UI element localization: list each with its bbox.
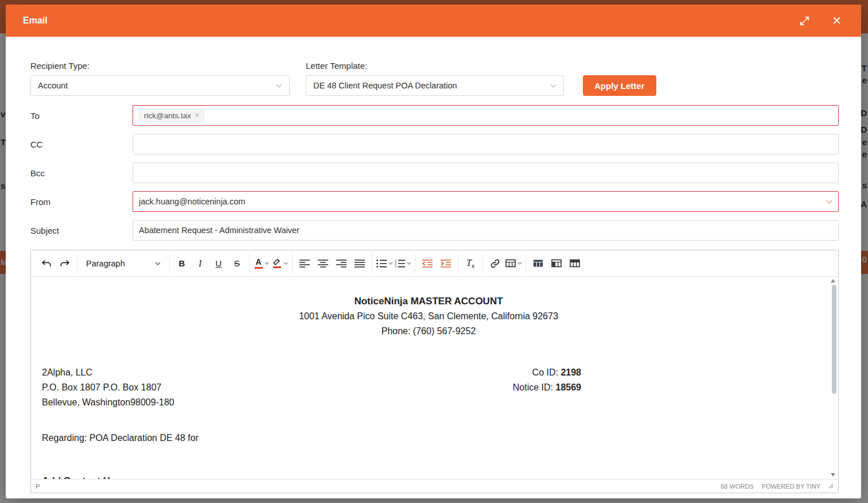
- add-content-placeholder: Add Content Here: [42, 474, 815, 479]
- redo-icon: [59, 258, 71, 269]
- undo-icon: [41, 258, 52, 269]
- to-label: To: [30, 111, 133, 121]
- co-id-line: Co ID: 2198: [513, 365, 581, 380]
- align-left-icon: [299, 260, 310, 268]
- recipient-type-select[interactable]: Account: [30, 75, 290, 96]
- recipient-type-value: Account: [38, 81, 68, 90]
- subject-input-wrap: [133, 220, 839, 241]
- editor-content[interactable]: NoticeNinja MASTER ACCOUNT 1001 Avenida …: [31, 277, 838, 479]
- highlight-color-button[interactable]: [271, 254, 289, 273]
- align-right-icon: [336, 260, 347, 268]
- table-left-shaded-icon: [551, 259, 562, 268]
- insert-link-button[interactable]: [486, 254, 504, 273]
- svg-text:3: 3: [395, 265, 396, 267]
- cc-label: CC: [30, 140, 133, 149]
- chip-remove-icon[interactable]: ×: [195, 111, 199, 119]
- subject-input[interactable]: [139, 226, 832, 235]
- from-label: From: [30, 197, 133, 207]
- insert-table-button[interactable]: [504, 254, 523, 273]
- id-block: Co ID: 2198 Notice ID: 18569: [513, 365, 581, 395]
- cc-field-row: CC: [30, 134, 839, 154]
- cc-input-wrap: [133, 134, 839, 154]
- indent-icon: [441, 260, 451, 268]
- align-center-button[interactable]: [314, 254, 332, 273]
- link-icon: [490, 258, 500, 269]
- indent-button[interactable]: [437, 254, 455, 273]
- table-column-button[interactable]: [566, 254, 584, 273]
- undo-button[interactable]: [37, 254, 56, 273]
- italic-button[interactable]: I: [191, 254, 209, 273]
- chevron-down-icon: [517, 262, 522, 265]
- clear-formatting-button[interactable]: Tx: [461, 254, 480, 273]
- align-justify-icon: [355, 260, 365, 268]
- subject-label: Subject: [30, 226, 133, 235]
- email-modal: Email ✕ Recipient Type: Account Letter T…: [6, 5, 861, 498]
- chevron-down-icon: [276, 84, 282, 88]
- scroll-up-icon[interactable]: [831, 279, 835, 283]
- bcc-label: Bcc: [30, 168, 133, 178]
- scrollbar-thumb[interactable]: [832, 285, 836, 394]
- letterhead-address: 1001 Avenida Pico Suite C463, San Clemen…: [42, 309, 815, 324]
- align-justify-button[interactable]: [351, 254, 369, 273]
- text-color-button[interactable]: A: [252, 254, 271, 273]
- apply-letter-button[interactable]: Apply Letter: [583, 75, 656, 96]
- modal-header: Email ✕: [6, 5, 861, 37]
- from-value: jack.huang@noticeninja.com: [139, 197, 246, 206]
- scroll-down-icon[interactable]: [831, 473, 835, 477]
- table-top-shaded-icon: [570, 259, 580, 268]
- paragraph-style-value: Paragraph: [86, 259, 125, 268]
- to-field-row: To rick@ants.tax ×: [30, 105, 839, 126]
- table-filled-icon: [533, 259, 543, 268]
- outdent-icon: [422, 260, 433, 268]
- align-right-button[interactable]: [332, 254, 351, 273]
- from-select[interactable]: jack.huang@noticeninja.com: [133, 191, 839, 212]
- word-count: 68 WORDS: [721, 483, 753, 490]
- clear-formatting-icon: Tx: [466, 258, 474, 269]
- client-address-line2: Bellevue, Washington98009-180: [42, 395, 815, 410]
- recipient-chip: rick@ants.tax ×: [139, 109, 204, 122]
- chevron-down-icon: [388, 262, 393, 265]
- bullet-list-button[interactable]: [375, 254, 394, 273]
- bold-button[interactable]: B: [173, 254, 191, 273]
- chevron-down-icon: [407, 262, 411, 265]
- align-left-button[interactable]: [295, 254, 314, 273]
- modal-body: Recipient Type: Account Letter Template:…: [6, 37, 861, 493]
- to-input[interactable]: rick@ants.tax ×: [133, 105, 839, 126]
- recipient-type-label: Recipient Type:: [30, 61, 290, 71]
- powered-by-tiny: POWERED BY TINY: [762, 483, 820, 490]
- bcc-field-row: Bcc: [30, 162, 839, 183]
- letter-template-select[interactable]: DE 48 Client Request POA Declaration: [306, 75, 564, 96]
- from-field-row: From jack.huang@noticeninja.com: [30, 191, 839, 212]
- regarding-line: Regarding: POA Declaration DE 48 for: [42, 431, 815, 446]
- chevron-down-icon: [826, 200, 832, 204]
- rich-text-editor: Paragraph B I U S A: [30, 250, 839, 493]
- table-dark-button[interactable]: [529, 254, 547, 273]
- element-path: P: [36, 483, 40, 490]
- outdent-button[interactable]: [418, 254, 437, 273]
- chevron-down-icon: [155, 262, 161, 265]
- cc-input[interactable]: [139, 140, 832, 149]
- template-row: Recipient Type: Account Letter Template:…: [30, 61, 839, 96]
- redo-button[interactable]: [56, 254, 74, 273]
- notice-id-line: Notice ID: 18569: [513, 380, 581, 395]
- bcc-input-wrap: [133, 162, 839, 183]
- bcc-input[interactable]: [139, 168, 832, 177]
- underline-button[interactable]: U: [209, 254, 228, 273]
- resize-grip-icon[interactable]: [828, 483, 834, 489]
- letter-template-label: Letter Template:: [306, 61, 564, 71]
- editor-status-bar: P 68 WORDS POWERED BY TINY: [31, 479, 838, 493]
- table-icon: [505, 259, 516, 268]
- strikethrough-button[interactable]: S: [228, 254, 246, 273]
- table-row-button[interactable]: [547, 254, 566, 273]
- chevron-down-icon: [264, 262, 269, 265]
- letterhead-phone: Phone: (760) 567-9252: [42, 324, 815, 339]
- text-color-icon: A: [255, 258, 263, 269]
- bullet-list-icon: [376, 260, 387, 268]
- close-icon[interactable]: ✕: [832, 15, 842, 26]
- editor-body: NoticeNinja MASTER ACCOUNT 1001 Avenida …: [31, 277, 838, 479]
- editor-toolbar: Paragraph B I U S A: [31, 250, 838, 277]
- expand-icon[interactable]: [799, 16, 810, 26]
- numbered-list-button[interactable]: 123: [394, 254, 412, 273]
- highlighter-icon: [273, 258, 282, 268]
- paragraph-style-select[interactable]: Paragraph: [80, 254, 166, 273]
